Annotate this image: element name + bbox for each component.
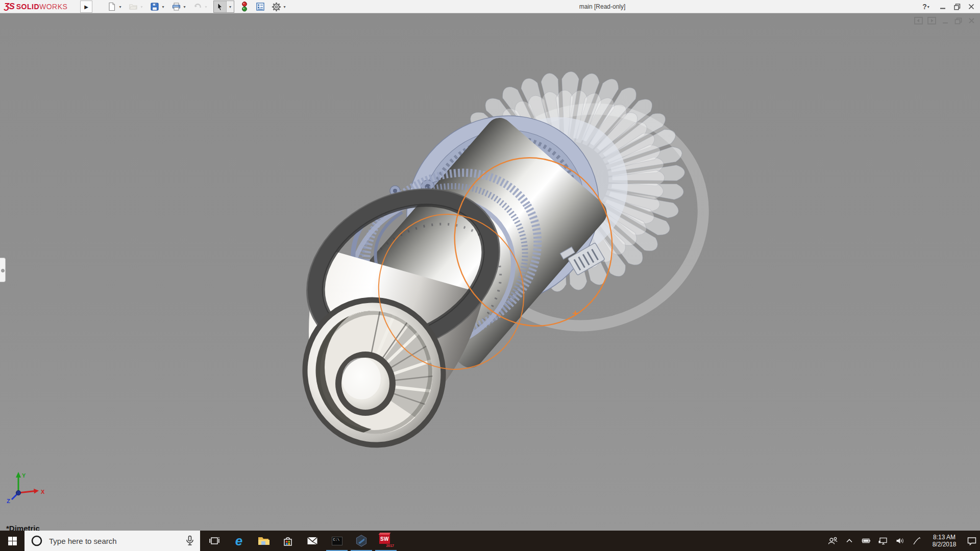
select-dropdown[interactable]: ▾ (226, 1, 234, 12)
battery-icon (861, 537, 871, 545)
model-viewport[interactable]: Y X Z *Dimetric (0, 13, 980, 531)
quick-access-toolbar: ▾ ▾ ▾ (106, 0, 292, 13)
taskbar-store[interactable] (276, 531, 300, 551)
taskbar-search[interactable] (24, 531, 200, 551)
minimize-button[interactable] (937, 1, 948, 12)
battery-button[interactable] (861, 536, 871, 546)
restore-button[interactable] (951, 1, 963, 12)
triad-x-label: X (41, 489, 45, 495)
taskbar-apps: e C:\ (202, 531, 398, 551)
triad-x-arrow (34, 489, 39, 494)
stoplight-icon (241, 2, 248, 12)
close-icon (968, 4, 974, 10)
print-dropdown[interactable]: ▾ (182, 5, 187, 9)
doc-close-button[interactable] (967, 16, 976, 25)
windows-logo-icon (8, 536, 17, 546)
windows-ink-button[interactable] (912, 536, 922, 546)
help-icon: ? (922, 3, 927, 11)
collapse-pane-icon (914, 17, 923, 24)
open-folder-icon (129, 2, 138, 11)
solidworks-2017-icon: SW 2017 (379, 534, 393, 547)
titlebar: ƷS SOLID WORKS ▶ ▾ ▾ (0, 0, 980, 13)
taskbar-solidworks[interactable]: SW 2017 (374, 531, 398, 551)
triad-z-label: Z (7, 498, 10, 504)
search-input[interactable] (48, 536, 173, 546)
document-window-controls (914, 16, 976, 25)
restore-icon (954, 4, 961, 10)
solidworks-logo: ƷS SOLID WORKS (4, 0, 67, 13)
windows-taskbar: e C:\ (0, 531, 980, 551)
network-icon (878, 537, 888, 545)
microphone-icon[interactable] (185, 535, 195, 546)
feature-manager-tab-dot (1, 269, 5, 272)
help-dropdown: ▾ (927, 5, 929, 9)
triad-y-arrow (16, 472, 21, 478)
print-button[interactable] (170, 1, 182, 12)
speaker-icon (895, 537, 905, 545)
doc-restore-icon (954, 17, 962, 24)
brand-solid: SOLID (16, 3, 39, 11)
window-controls: ? ▾ (918, 0, 977, 13)
tray-clock[interactable]: 8:13 AM 8/2/2018 (928, 534, 960, 548)
options-button[interactable] (271, 1, 282, 12)
new-document-dropdown[interactable]: ▾ (117, 5, 123, 9)
action-center-icon (967, 536, 977, 546)
view-orientation-label: *Dimetric (6, 524, 40, 531)
flyout-arrow-icon: ▶ (84, 4, 88, 10)
action-center-button[interactable] (967, 536, 977, 546)
select-split-button: ▾ (213, 1, 234, 13)
file-properties-icon (256, 2, 265, 11)
feature-manager-tab[interactable] (0, 258, 6, 282)
store-icon (283, 536, 293, 546)
edge-icon: e (235, 534, 242, 547)
people-button[interactable] (827, 536, 838, 546)
doc-close-icon (968, 17, 975, 24)
start-button[interactable] (0, 531, 24, 551)
triad-y-label: Y (22, 472, 26, 479)
sw-year: 2017 (386, 544, 394, 547)
open-button (128, 1, 139, 12)
task-view-button[interactable] (202, 531, 227, 551)
document-title: main [Read-only] (536, 0, 669, 13)
sw-letters: SW (380, 536, 389, 542)
doc-restore-button[interactable] (954, 16, 963, 25)
hidden-icons-button[interactable] (844, 536, 854, 546)
volume-button[interactable] (895, 536, 905, 546)
save-button[interactable] (149, 1, 160, 12)
orientation-triad: Y X Z (5, 470, 52, 511)
clock-time: 8:13 AM (928, 534, 960, 541)
menu-flyout-button[interactable]: ▶ (80, 1, 92, 13)
file-properties-button[interactable] (255, 1, 266, 12)
pen-icon (912, 536, 921, 545)
chevron-up-icon (845, 537, 853, 544)
rebuild-button[interactable] (239, 1, 250, 12)
taskbar-edge[interactable]: e (227, 531, 251, 551)
task-view-icon (209, 536, 219, 546)
gear-icon (272, 2, 281, 12)
save-dropdown[interactable]: ▾ (160, 5, 166, 9)
taskbar-file-explorer[interactable] (251, 531, 276, 551)
expand-pane-button[interactable] (927, 16, 936, 25)
new-document-button[interactable] (106, 1, 117, 12)
collapse-pane-button[interactable] (914, 16, 923, 25)
brand-works: WORKS (39, 3, 67, 11)
select-button[interactable] (214, 1, 226, 12)
taskbar-hexagon-app[interactable] (349, 531, 374, 551)
undo-button (192, 1, 203, 12)
save-floppy-icon (150, 2, 159, 11)
network-button[interactable] (878, 536, 888, 546)
close-button[interactable] (966, 1, 977, 12)
hexagon-app-icon (356, 535, 367, 547)
doc-minimize-button[interactable] (941, 16, 949, 25)
people-icon (827, 536, 838, 545)
minimize-icon (940, 4, 946, 10)
cortana-icon (31, 535, 43, 547)
undo-dropdown: ▾ (203, 5, 209, 9)
new-document-icon (107, 2, 116, 11)
help-button[interactable]: ? ▾ (918, 1, 934, 12)
engine-model (0, 13, 980, 531)
mail-icon (307, 536, 318, 545)
options-dropdown[interactable]: ▾ (282, 5, 287, 9)
taskbar-mail[interactable] (300, 531, 325, 551)
taskbar-command-prompt[interactable]: C:\ (325, 531, 349, 551)
